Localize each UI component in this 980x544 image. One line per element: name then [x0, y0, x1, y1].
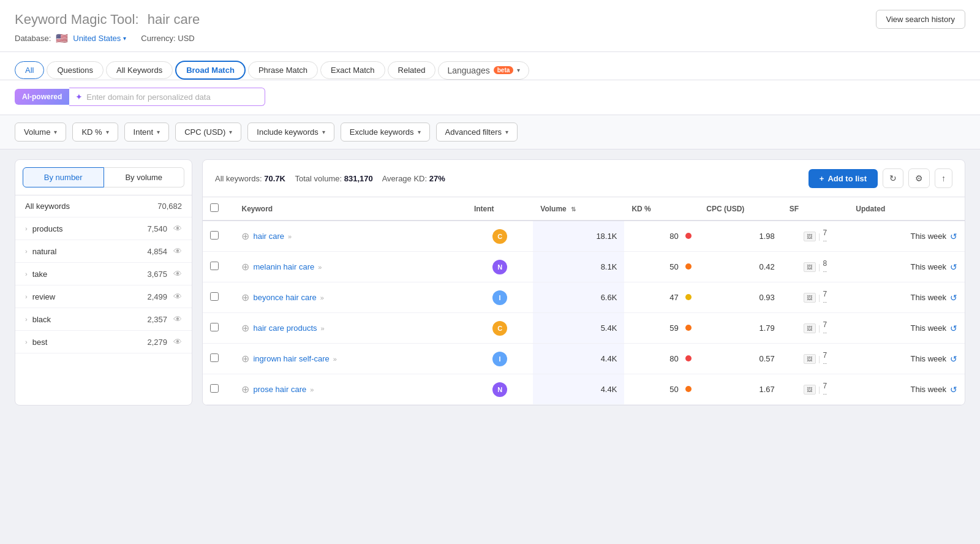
- kd-column-header[interactable]: KD %: [624, 197, 699, 221]
- chevron-down-icon: ▾: [157, 129, 160, 135]
- keyword-cell: ⊕ beyonce hair care »: [234, 282, 466, 313]
- sidebar-item-best[interactable]: › best 2,279 👁: [15, 331, 192, 353]
- include-keywords-filter[interactable]: Include keywords ▾: [247, 123, 334, 142]
- by-number-button[interactable]: By number: [23, 167, 104, 187]
- cpc-cell: 1.67: [699, 374, 782, 405]
- sort-icon: ⇅: [571, 206, 576, 213]
- add-keyword-icon: ⊕: [241, 261, 249, 273]
- sf-column-header[interactable]: SF: [782, 197, 848, 221]
- cpc-filter[interactable]: CPC (USD) ▾: [175, 123, 241, 142]
- eye-icon[interactable]: 👁: [173, 337, 182, 347]
- sidebar-item-review[interactable]: › review 2,499 👁: [15, 285, 192, 308]
- chevron-right-icon: ›: [25, 270, 28, 278]
- refresh-icon[interactable]: ↺: [950, 354, 957, 364]
- row-checkbox[interactable]: [210, 323, 219, 331]
- add-to-list-button[interactable]: + Add to list: [809, 169, 878, 188]
- select-all-checkbox[interactable]: [210, 203, 219, 212]
- tab-questions[interactable]: Questions: [47, 61, 104, 79]
- eye-icon[interactable]: 👁: [173, 246, 182, 256]
- refresh-icon[interactable]: ↺: [950, 232, 957, 241]
- tab-related[interactable]: Related: [388, 61, 436, 79]
- keyword-link[interactable]: ⊕ beyonce hair care »: [241, 292, 459, 303]
- row-checkbox[interactable]: [210, 231, 219, 240]
- kd-filter[interactable]: KD % ▾: [72, 123, 118, 142]
- volume-column-header[interactable]: Volume ⇅: [533, 197, 624, 221]
- view-history-button[interactable]: View search history: [876, 10, 965, 29]
- volume-cell: 18.1K: [533, 221, 624, 252]
- sf-icon: 🖼: [804, 232, 816, 241]
- exclude-keywords-filter[interactable]: Exclude keywords ▾: [341, 123, 430, 142]
- eye-icon[interactable]: 👁: [173, 292, 182, 301]
- keyword-link[interactable]: ⊕ prose hair care »: [241, 383, 459, 395]
- refresh-button[interactable]: ↻: [883, 168, 903, 188]
- keyword-arrows-icon: »: [310, 386, 314, 393]
- intent-badge: I: [492, 352, 507, 366]
- row-checkbox[interactable]: [210, 353, 219, 362]
- intent-filter[interactable]: Intent ▾: [124, 123, 170, 142]
- by-volume-button[interactable]: By volume: [104, 167, 185, 187]
- updated-column-header[interactable]: Updated: [848, 197, 965, 221]
- advanced-filters[interactable]: Advanced filters ▾: [436, 123, 518, 142]
- keyword-arrows-icon: »: [333, 355, 337, 363]
- country-selector[interactable]: United States ▾: [73, 34, 126, 43]
- kd-cell: 47: [624, 282, 699, 313]
- kd-indicator: [685, 325, 692, 331]
- updated-text: This week: [910, 232, 946, 241]
- volume-filter[interactable]: Volume ▾: [15, 123, 66, 142]
- keyword-text: ingrown hair self-care: [253, 354, 329, 363]
- sidebar-item-take[interactable]: › take 3,675 👁: [15, 263, 192, 285]
- add-keyword-icon: ⊕: [241, 230, 249, 242]
- tab-phrase-match[interactable]: Phrase Match: [248, 61, 318, 79]
- refresh-icon[interactable]: ↺: [950, 323, 957, 333]
- keyword-arrows-icon: »: [320, 294, 324, 301]
- tab-all-keywords[interactable]: All Keywords: [106, 61, 173, 79]
- search-query: hair care: [148, 12, 200, 27]
- kd-indicator: [685, 294, 692, 300]
- keyword-link[interactable]: ⊕ hair care products »: [241, 322, 459, 334]
- updated-text: This week: [910, 293, 946, 302]
- refresh-icon[interactable]: ↺: [950, 385, 957, 395]
- tab-exact-match[interactable]: Exact Match: [320, 61, 385, 79]
- export-button[interactable]: ↑: [935, 168, 952, 188]
- intent-column-header[interactable]: Intent: [467, 197, 533, 221]
- add-keyword-icon: ⊕: [241, 353, 249, 365]
- tabs-row: All Questions All Keywords Broad Match P…: [15, 61, 965, 80]
- database-label: Database:: [15, 34, 51, 43]
- sidebar-item-products[interactable]: › products 7,540 👁: [15, 217, 192, 240]
- row-checkbox[interactable]: [210, 292, 219, 301]
- keyword-link[interactable]: ⊕ ingrown hair self-care »: [241, 353, 459, 365]
- keyword-text: hair care products: [253, 323, 317, 333]
- updated-cell: This week ↺: [848, 374, 965, 405]
- intent-badge: N: [492, 260, 507, 274]
- sf-icon: 🖼: [804, 262, 816, 272]
- keyword-column-header[interactable]: Keyword: [234, 197, 466, 221]
- cpc-column-header[interactable]: CPC (USD): [699, 197, 782, 221]
- row-checkbox[interactable]: [210, 262, 219, 270]
- refresh-icon[interactable]: ↺: [950, 262, 957, 272]
- sparkle-icon: ✦: [75, 92, 83, 102]
- languages-tab[interactable]: Languages beta ▾: [438, 61, 529, 80]
- row-checkbox-cell: [203, 282, 234, 313]
- row-checkbox[interactable]: [210, 384, 219, 393]
- tab-all[interactable]: All: [15, 61, 44, 79]
- languages-label: Languages: [447, 66, 489, 75]
- intent-badge: N: [492, 382, 507, 397]
- sidebar-item-black[interactable]: › black 2,357 👁: [15, 308, 192, 331]
- keyword-link[interactable]: ⊕ hair care »: [241, 230, 459, 242]
- eye-icon[interactable]: 👁: [173, 224, 182, 233]
- keyword-arrows-icon: »: [318, 263, 322, 271]
- eye-icon[interactable]: 👁: [173, 314, 182, 324]
- table-row: ⊕ hair care products » C 5.4K 59 1.79 🖼 …: [203, 313, 965, 344]
- beta-badge: beta: [494, 66, 514, 74]
- table-actions: + Add to list ↻ ⚙ ↑: [809, 168, 952, 188]
- row-checkbox-cell: [203, 252, 234, 282]
- tab-broad-match[interactable]: Broad Match: [175, 61, 246, 80]
- sidebar-item-natural[interactable]: › natural 4,854 👁: [15, 240, 192, 263]
- sidebar-item-all-keywords[interactable]: All keywords 70,682: [15, 195, 192, 217]
- refresh-icon[interactable]: ↺: [950, 293, 957, 303]
- chevron-down-icon: ▾: [54, 129, 57, 135]
- eye-icon[interactable]: 👁: [173, 269, 182, 279]
- keyword-link[interactable]: ⊕ melanin hair care »: [241, 261, 459, 273]
- ai-domain-input[interactable]: ✦ Enter domain for personalized data: [69, 88, 265, 106]
- settings-button[interactable]: ⚙: [908, 168, 930, 188]
